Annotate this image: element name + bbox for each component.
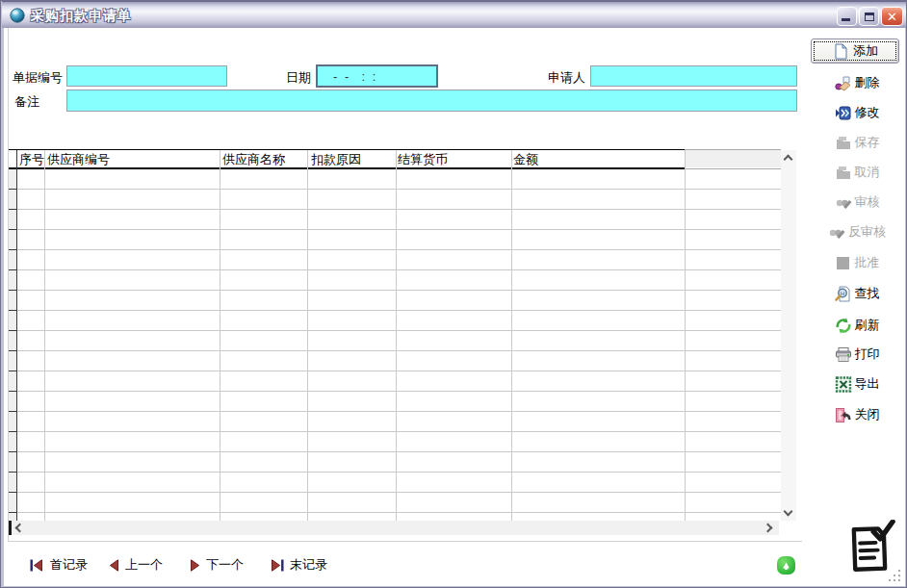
minimize-button[interactable] bbox=[837, 7, 857, 26]
arrow-up-icon bbox=[781, 560, 791, 571]
delete-hand-icon bbox=[835, 75, 852, 91]
first-record-button[interactable]: 首记录 bbox=[30, 556, 88, 574]
column-header-seq[interactable]: 序号 bbox=[19, 151, 44, 167]
globe-icon bbox=[10, 8, 25, 23]
unaudit-button[interactable]: 反审核 bbox=[815, 220, 899, 243]
first-record-icon bbox=[30, 559, 44, 572]
export-excel-icon bbox=[835, 376, 852, 393]
previous-record-label: 上一个 bbox=[125, 556, 163, 574]
scroll-left-icon[interactable] bbox=[15, 524, 25, 533]
grid-column-separator bbox=[685, 150, 686, 521]
save-button[interactable]: 保存 bbox=[815, 131, 899, 154]
grid-column-separator bbox=[307, 150, 308, 521]
cancel-button-label: 取消 bbox=[855, 164, 880, 181]
first-record-label: 首记录 bbox=[50, 556, 88, 574]
grid-column-separator bbox=[16, 150, 17, 521]
column-header-currency[interactable]: 结算货币 bbox=[398, 151, 448, 167]
close-form-button-label: 关闭 bbox=[855, 406, 880, 423]
column-header-amount[interactable]: 金额 bbox=[513, 151, 538, 167]
delete-button[interactable]: 删除 bbox=[815, 71, 899, 94]
remarks-label: 备注 bbox=[14, 93, 39, 111]
resize-grip[interactable] bbox=[889, 570, 900, 581]
audit-icon bbox=[835, 194, 852, 211]
print-button[interactable]: 打印 bbox=[815, 343, 899, 366]
export-button[interactable]: 导出 bbox=[815, 372, 899, 396]
audit-button-label: 审核 bbox=[855, 193, 880, 211]
grid-body[interactable] bbox=[9, 169, 781, 521]
next-record-icon bbox=[190, 559, 200, 572]
save-button-label: 保存 bbox=[855, 134, 880, 151]
close-form-button[interactable]: 关闭 bbox=[815, 403, 899, 426]
unaudit-icon bbox=[828, 224, 845, 241]
applicant-input[interactable] bbox=[590, 65, 797, 87]
grid-header-filler bbox=[685, 150, 781, 167]
maximize-button[interactable] bbox=[859, 7, 879, 26]
add-document-icon bbox=[832, 43, 849, 60]
applicant-label: 申请人 bbox=[548, 69, 585, 87]
grid-column-separator bbox=[396, 150, 397, 521]
last-record-button[interactable]: 末记录 bbox=[270, 556, 327, 574]
status-badge bbox=[777, 556, 795, 575]
clipboard-check-icon bbox=[840, 520, 897, 577]
scroll-right-icon[interactable] bbox=[764, 524, 773, 533]
save-icon bbox=[835, 135, 852, 151]
close-button[interactable]: ✕ bbox=[881, 7, 903, 26]
refresh-button-label: 刷新 bbox=[855, 317, 880, 334]
modify-button-label: 修改 bbox=[855, 104, 880, 121]
column-header-supplier-no[interactable]: 供应商编号 bbox=[47, 151, 110, 167]
scroll-up-icon[interactable] bbox=[784, 155, 793, 165]
panel-border bbox=[8, 541, 802, 542]
last-record-label: 末记录 bbox=[290, 556, 327, 574]
next-record-label: 下一个 bbox=[206, 556, 244, 574]
add-button-label: 添加 bbox=[853, 42, 878, 60]
close-icon: ✕ bbox=[887, 10, 897, 24]
find-button[interactable]: H 查找 bbox=[815, 282, 899, 305]
scrollbar-thumb[interactable] bbox=[9, 521, 12, 535]
refresh-button[interactable]: 刷新 bbox=[815, 314, 899, 337]
refresh-icon bbox=[835, 318, 852, 334]
scroll-down-icon[interactable] bbox=[784, 507, 793, 517]
date-label: 日期 bbox=[286, 69, 311, 87]
audit-button[interactable]: 审核 bbox=[815, 191, 899, 214]
window-title: 采购扣款申请单 bbox=[31, 8, 132, 25]
previous-record-button[interactable]: 上一个 bbox=[109, 556, 163, 574]
print-icon bbox=[835, 346, 852, 363]
title-bar[interactable]: 采购扣款申请单 ✕ bbox=[2, 1, 907, 28]
add-button[interactable]: 添加 bbox=[811, 38, 899, 64]
find-button-label: 查找 bbox=[855, 285, 880, 302]
svg-text:H: H bbox=[840, 291, 843, 296]
doc-number-input[interactable] bbox=[66, 65, 227, 87]
delete-button-label: 删除 bbox=[855, 74, 880, 91]
horizontal-scrollbar[interactable] bbox=[9, 521, 779, 535]
approve-button-label: 批准 bbox=[855, 254, 880, 271]
app-window: 采购扣款申请单 ✕ 单据编号 日期 申请人 备注 序号 供应商编号 供应商名称 … bbox=[0, 0, 907, 588]
grid-column-separator bbox=[44, 150, 45, 521]
grid-column-separator bbox=[220, 150, 220, 521]
modify-icon bbox=[835, 105, 852, 121]
last-record-icon bbox=[270, 559, 284, 572]
doc-number-label: 单据编号 bbox=[13, 69, 63, 87]
previous-record-icon bbox=[109, 559, 119, 572]
next-record-button[interactable]: 下一个 bbox=[190, 556, 244, 574]
window-controls: ✕ bbox=[837, 7, 903, 26]
grid-top-border bbox=[9, 149, 685, 150]
grid-column-separator bbox=[511, 150, 512, 521]
column-header-deduct-reason[interactable]: 扣款原因 bbox=[311, 151, 361, 167]
maximize-icon bbox=[865, 13, 874, 21]
unaudit-button-label: 反审核 bbox=[848, 223, 886, 241]
column-header-supplier-name[interactable]: 供应商名称 bbox=[222, 151, 285, 167]
cancel-button[interactable]: 取消 bbox=[815, 161, 899, 184]
minimize-icon bbox=[842, 18, 850, 21]
close-door-icon bbox=[835, 407, 852, 423]
cancel-icon bbox=[835, 165, 852, 181]
approve-icon bbox=[835, 255, 852, 271]
export-button-label: 导出 bbox=[855, 375, 880, 393]
remarks-input[interactable] bbox=[66, 89, 797, 112]
print-button-label: 打印 bbox=[855, 345, 880, 363]
grid-row-selector-column[interactable] bbox=[9, 169, 16, 521]
approve-button[interactable]: 批准 bbox=[815, 251, 899, 274]
modify-button[interactable]: 修改 bbox=[815, 101, 899, 124]
date-input[interactable] bbox=[316, 64, 438, 88]
vertical-scrollbar[interactable] bbox=[781, 150, 796, 521]
find-icon: H bbox=[835, 286, 852, 302]
